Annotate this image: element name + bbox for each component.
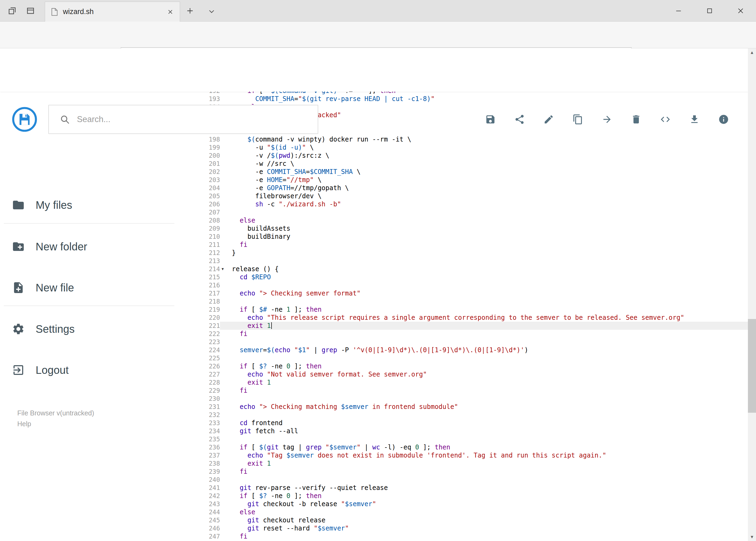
code-text: semver=$(echo "$1" | grep -P '^v(0|[1-9]… [232,346,528,354]
code-area[interactable]: 192 if [ "$(command -v git)" != "" ]; th… [193,92,748,540]
fold-arrow-icon[interactable]: ▾ [220,265,232,273]
sidebar-item-settings[interactable]: Settings [12,321,75,336]
share-icon[interactable] [514,114,525,125]
window-close-button[interactable] [725,0,756,22]
code-line[interactable]: 192 if [ "$(command -v git)" != "" ]; th… [193,92,748,95]
line-number: 240 [193,476,220,484]
window-minimize-button[interactable] [663,0,694,22]
code-line[interactable]: 215 cd $REPO [193,273,748,281]
save-icon[interactable] [485,114,496,125]
code-line[interactable]: 242 if [ $? -ne 0 ]; then [193,492,748,500]
scrollbar-thumb[interactable] [748,319,756,413]
code-line[interactable]: 216 [193,281,748,289]
new-tab-button[interactable] [186,6,194,15]
copy-icon[interactable] [573,114,583,125]
filebrowser-logo[interactable] [12,107,37,132]
line-number: 218 [193,297,220,305]
line-number: 238 [193,459,220,467]
code-line[interactable]: 223 [193,338,748,346]
code-line[interactable]: 228 exit 1 [193,378,748,386]
code-line[interactable]: 207 [193,208,748,216]
code-text: exit 1 [232,459,271,467]
sidebar-divider [4,223,174,224]
code-line[interactable]: 211 fi [193,241,748,249]
code-line[interactable]: 244 else [193,508,748,516]
scrollbar-up-arrow[interactable]: ▲ [748,48,756,56]
code-line[interactable]: 235 [193,435,748,443]
code-line[interactable]: 232 [193,411,748,419]
search-box[interactable] [48,105,318,134]
code-icon[interactable] [660,114,671,125]
code-line[interactable]: 239 fi [193,467,748,476]
code-line[interactable]: 201 -w //src \ [193,160,748,168]
code-editor[interactable]: 192 if [ "$(command -v git)" != "" ]; th… [193,92,748,541]
code-line[interactable]: 226 if [ $? -ne 0 ]; then [193,362,748,370]
code-text: -w //src \ [232,160,294,168]
code-text: buildAssets [232,225,290,233]
set-tabs-aside-icon[interactable] [26,6,35,15]
code-text: else [232,508,255,516]
code-line[interactable]: 233 cd frontend [193,419,748,427]
line-number: 225 [193,354,220,362]
edit-pencil-icon[interactable] [543,114,554,125]
code-line[interactable]: 218 [193,297,748,305]
code-line[interactable]: 230 [193,395,748,403]
code-line[interactable]: 200 -v /$(pwd):/src:z \ [193,152,748,160]
code-line[interactable]: 246 git reset --hard "$semver" [193,524,748,532]
code-line[interactable]: 238 exit 1 [193,459,748,467]
scrollbar-down-arrow[interactable]: ▼ [748,533,756,541]
code-line[interactable]: 206 sh -c "./wizard.sh -b" [193,200,748,208]
code-line[interactable]: 221 exit 1 [193,322,748,330]
code-line[interactable]: 236 if [ $(git tag | grep "$semver" | wc… [193,443,748,451]
code-line[interactable]: 229 fi [193,386,748,395]
code-line[interactable]: 241 git rev-parse --verify --quiet relea… [193,484,748,492]
code-line[interactable]: 203 -e HOME="//tmp" \ [193,176,748,184]
settings-gear-icon [12,322,25,335]
sidebar-item-new-file[interactable]: New file [12,280,74,295]
code-line[interactable]: 209 buildAssets [193,225,748,233]
download-icon[interactable] [689,114,700,125]
code-line[interactable]: 210 buildBinary [193,233,748,241]
code-line[interactable]: 219 if [ $# -ne 1 ]; then [193,305,748,313]
code-line[interactable]: 222 fi [193,330,748,338]
line-number: 214 [193,265,220,273]
tab-list-chevron-icon[interactable] [208,8,215,15]
tab-preview-icon[interactable] [8,6,17,15]
code-line[interactable]: 247 fi [193,532,748,540]
code-line[interactable]: 212} [193,249,748,257]
code-line[interactable]: 202 -e COMMIT_SHA=$COMMIT_SHA \ [193,168,748,176]
code-line[interactable]: 193 COMMIT_SHA="$(git rev-parse HEAD | c… [193,95,748,103]
line-number: 230 [193,395,220,403]
code-line[interactable]: 217 echo "> Checking semver format" [193,289,748,297]
search-input[interactable] [77,115,318,124]
code-line[interactable]: 213 [193,257,748,265]
code-line[interactable]: 234 git fetch --all [193,427,748,435]
code-line[interactable]: 227 echo "Not valid semver format. See s… [193,370,748,378]
code-line[interactable]: 220 echo "This release script requires a… [193,313,748,322]
code-line[interactable]: 240 [193,476,748,484]
code-line[interactable]: 198 $(command -v winpty) docker run --rm… [193,135,748,144]
line-number: 199 [193,144,220,152]
window-maximize-button[interactable] [694,0,725,22]
help-link[interactable]: Help [17,420,31,428]
code-line[interactable]: 199 -u "$(id -u)" \ [193,144,748,152]
code-line[interactable]: 214▾release () { [193,265,748,273]
code-line[interactable]: 237 echo "Tag $semver does not exist in … [193,451,748,459]
sidebar-item-logout[interactable]: Logout [12,362,69,377]
code-line[interactable]: 231 echo "> Checking matching $semver in… [193,403,748,411]
code-line[interactable]: 245 git checkout release [193,516,748,524]
trash-icon[interactable] [631,114,641,125]
info-icon[interactable] [718,114,729,125]
sidebar-item-new-folder[interactable]: New folder [12,239,87,254]
code-line[interactable]: 225 [193,354,748,362]
move-arrow-icon[interactable] [602,114,613,125]
sidebar-item-my-files[interactable]: My files [12,198,72,213]
code-line[interactable]: 243 git checkout -b release "$semver" [193,500,748,508]
code-line[interactable]: 204 -e GOPATH=//tmp/gopath \ [193,184,748,192]
browser-tab[interactable]: wizard.sh [45,2,180,22]
code-line[interactable]: 224 semver=$(echo "$1" | grep -P '^v(0|[… [193,346,748,354]
tab-close-icon[interactable] [167,8,174,15]
code-line[interactable]: 205 filebrowser/dev \ [193,192,748,200]
page-scrollbar[interactable]: ▲ ▼ [748,48,756,541]
code-line[interactable]: 208 else [193,216,748,225]
